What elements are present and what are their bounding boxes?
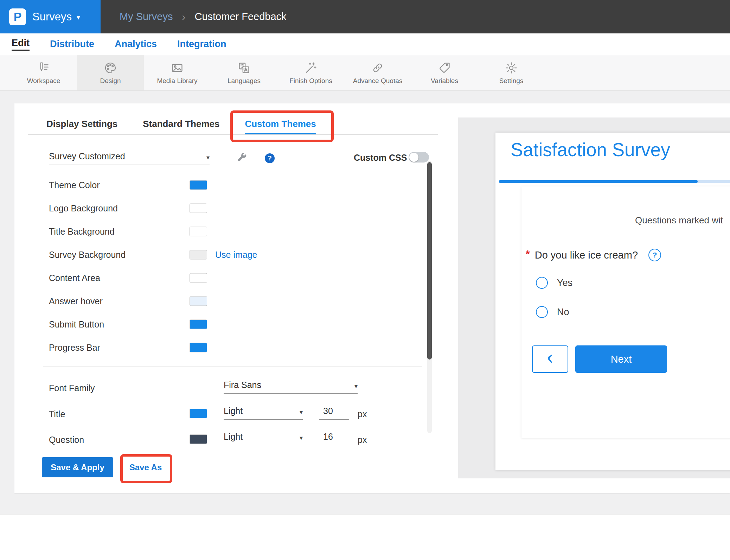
color-row-logo-background: Logo Background (49, 197, 274, 220)
title-color-swatch[interactable] (190, 409, 207, 418)
font-family-select[interactable]: Fira Sans ▾ (224, 380, 358, 394)
section-divider (43, 367, 422, 367)
nav-analytics[interactable]: Analytics (115, 39, 157, 50)
toolbar: Workspace Design Media Library (0, 55, 730, 91)
product-name: Surveys (32, 11, 72, 23)
color-row-label: Title Background (49, 227, 115, 237)
breadcrumb: My Surveys › Customer Feedback (120, 0, 287, 33)
color-swatch[interactable] (190, 297, 207, 306)
color-row-submit-button: Submit Button (49, 313, 274, 336)
tab-display-settings[interactable]: Display Settings (46, 118, 117, 134)
chevron-down-icon: ▾ (300, 408, 303, 416)
question-help-icon[interactable]: ? (648, 249, 661, 261)
color-swatch[interactable] (190, 180, 207, 190)
palette-icon (104, 61, 117, 75)
toggle-knob (409, 153, 418, 162)
question-text: Do you like ice cream? (535, 249, 638, 261)
title-size-unit: px (358, 409, 367, 419)
toolbar-label: Advance Quotas (353, 77, 402, 85)
color-swatch[interactable] (190, 250, 207, 260)
toolbar-settings[interactable]: Settings (478, 55, 545, 90)
tab-standard-themes[interactable]: Standard Themes (143, 118, 219, 134)
edit-theme-button[interactable] (236, 152, 248, 164)
color-swatch[interactable] (190, 320, 207, 329)
color-swatch[interactable] (190, 343, 207, 352)
color-row-content-area: Content Area (49, 266, 274, 289)
title-weight-value: Light (224, 406, 243, 416)
question-font-label: Question (49, 435, 84, 445)
panel-scrollbar[interactable] (427, 162, 432, 359)
option-yes[interactable]: Yes (536, 277, 572, 289)
save-as-button[interactable]: Save As (126, 457, 165, 477)
magic-wand-icon (304, 61, 318, 75)
color-row-answer-hover: Answer hover (49, 289, 274, 313)
gear-icon (505, 61, 518, 75)
option-no[interactable]: No (536, 306, 569, 318)
back-button[interactable] (532, 345, 568, 373)
toolbar-label: Workspace (27, 77, 60, 85)
survey-preview-card: Satisfaction Survey Questions marked wit… (495, 133, 730, 470)
color-row-title-background: Title Background (49, 220, 274, 243)
nav-edit[interactable]: Edit (12, 38, 30, 51)
chevron-down-icon: ▾ (300, 434, 303, 442)
color-swatch[interactable] (190, 204, 207, 213)
next-button[interactable]: Next (575, 345, 667, 373)
chevron-down-icon: ▾ (206, 154, 210, 161)
chain-link-icon (371, 61, 384, 75)
translate-icon (237, 61, 251, 75)
color-settings-list: Theme Color Logo Background Title Backgr… (49, 173, 274, 359)
app-switcher[interactable]: P Surveys ▾ (0, 0, 101, 33)
toolbar-languages[interactable]: Languages (211, 55, 277, 90)
color-row-label: Progress Bar (49, 343, 100, 353)
toolbar-label: Variables (431, 77, 458, 85)
toolbar-finish-options[interactable]: Finish Options (277, 55, 344, 90)
nav-distribute[interactable]: Distribute (50, 39, 94, 50)
chevron-left-icon (544, 353, 556, 366)
custom-css-toggle[interactable] (409, 152, 429, 163)
question-size-input[interactable]: 16 (319, 432, 349, 445)
custom-css-label: Custom CSS (354, 153, 407, 163)
panel-scrollbar-track (427, 161, 432, 433)
toolbar-design[interactable]: Design (77, 55, 144, 90)
required-asterisk: * (526, 248, 530, 260)
color-row-survey-background: Survey Background Use image (49, 243, 274, 266)
survey-question: * Do you like ice cream? ? (526, 249, 661, 261)
proprofs-logo: P (9, 8, 26, 25)
color-row-label: Logo Background (49, 203, 118, 214)
use-image-link[interactable]: Use image (215, 250, 257, 260)
toolbar-label: Design (100, 77, 121, 85)
save-apply-button[interactable]: Save & Apply (42, 457, 113, 477)
question-color-swatch[interactable] (190, 434, 207, 444)
font-family-value: Fira Sans (224, 380, 261, 390)
question-weight-value: Light (224, 432, 243, 442)
toolbar-label: Settings (499, 77, 524, 85)
toolbar-workspace[interactable]: Workspace (10, 55, 77, 90)
breadcrumb-current: Customer Feedback (194, 11, 286, 23)
toolbar-label: Media Library (157, 77, 197, 85)
color-swatch[interactable] (190, 273, 207, 283)
toolbar-label: Finish Options (289, 77, 332, 85)
color-swatch[interactable] (190, 227, 207, 236)
survey-title: Satisfaction Survey (511, 139, 670, 160)
toolbar-variables[interactable]: Variables (411, 55, 478, 90)
chevron-down-icon: ▾ (354, 382, 358, 390)
question-size-unit: px (358, 435, 367, 445)
question-weight-select[interactable]: Light ▾ (224, 432, 303, 445)
tab-custom-themes[interactable]: Custom Themes (245, 118, 316, 134)
breadcrumb-my-surveys[interactable]: My Surveys (120, 11, 173, 23)
chevron-down-icon: ▾ (77, 12, 80, 21)
toolbar-media-library[interactable]: Media Library (144, 55, 211, 90)
primary-nav: Edit Distribute Analytics Integration (0, 33, 730, 55)
theme-tabs: Display Settings Standard Themes Custom … (46, 118, 316, 134)
color-row-label: Survey Background (49, 250, 126, 260)
theme-select[interactable]: Survey Customized ▾ (49, 151, 210, 165)
top-bar: P Surveys ▾ My Surveys › Customer Feedba… (0, 0, 730, 33)
title-size-input[interactable]: 30 (319, 406, 349, 420)
title-weight-select[interactable]: Light ▾ (224, 406, 303, 420)
nav-integration[interactable]: Integration (177, 39, 226, 50)
help-icon[interactable]: ? (265, 153, 275, 163)
theme-select-value: Survey Customized (49, 151, 125, 161)
radio-icon (536, 277, 548, 289)
wrench-icon (236, 158, 247, 164)
toolbar-advance-quotas[interactable]: Advance Quotas (344, 55, 411, 90)
